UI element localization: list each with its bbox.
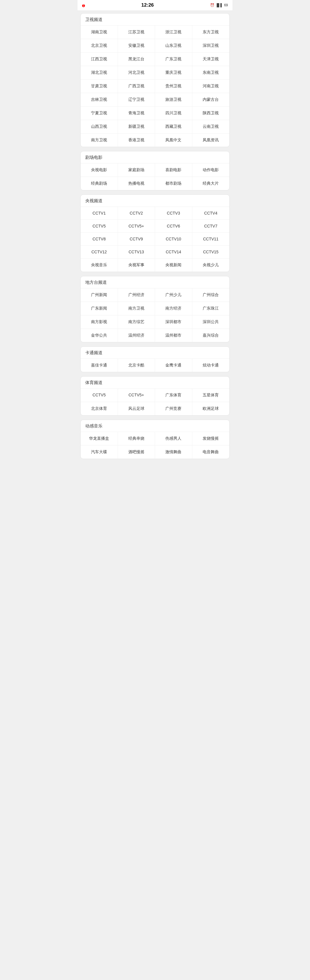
channel-item[interactable]: 广州综合 [192, 288, 230, 302]
channel-item[interactable]: 激情舞曲 [155, 445, 192, 459]
channel-item[interactable]: 广州竞赛 [155, 402, 192, 415]
channel-item[interactable]: 汽车大碟 [81, 445, 118, 459]
channel-item[interactable]: 酒吧慢摇 [118, 445, 155, 459]
channel-item[interactable]: 央视电影 [81, 164, 118, 177]
channel-item[interactable]: CCTV2 [118, 207, 155, 220]
channel-item[interactable]: 央视少儿 [192, 258, 230, 272]
channel-item[interactable]: 广西卫视 [118, 80, 155, 93]
channel-item[interactable]: 五星体育 [192, 388, 230, 402]
channel-item[interactable]: 新疆卫视 [118, 120, 155, 134]
channel-item[interactable]: 黑龙江台 [118, 52, 155, 66]
channel-item[interactable]: 伤感男人 [155, 432, 192, 445]
channel-item[interactable]: 安徽卫视 [118, 39, 155, 52]
channel-item[interactable]: 喜剧电影 [155, 164, 192, 177]
channel-item[interactable]: 动作电影 [192, 164, 230, 177]
channel-item[interactable]: 陕西卫视 [192, 107, 230, 120]
channel-item[interactable]: 北京卫视 [81, 39, 118, 52]
channel-item[interactable]: 电音舞曲 [192, 445, 230, 459]
channel-item[interactable]: 广州新闻 [81, 288, 118, 302]
channel-item[interactable]: 深圳卫视 [192, 39, 230, 52]
channel-item[interactable]: 南方经济 [155, 302, 192, 315]
channel-item[interactable]: 贵州卫视 [155, 80, 192, 93]
channel-item[interactable]: 华龙直播盒 [81, 432, 118, 445]
channel-item[interactable]: 都市剧场 [155, 177, 192, 190]
channel-item[interactable]: 浙江卫视 [155, 25, 192, 39]
channel-item[interactable]: 山东卫视 [155, 39, 192, 52]
channel-item[interactable]: 广东卫视 [155, 52, 192, 66]
channel-item[interactable]: 嘉兴综合 [192, 329, 230, 342]
channel-item[interactable]: 炫动卡通 [192, 359, 230, 372]
channel-item[interactable]: 嘉佳卡通 [81, 359, 118, 372]
channel-item[interactable]: 温州都市 [155, 329, 192, 342]
channel-item[interactable]: 金华公共 [81, 329, 118, 342]
channel-item[interactable]: CCTV8 [81, 233, 118, 246]
channel-item[interactable]: 天津卫视 [192, 52, 230, 66]
channel-item[interactable]: 金鹰卡通 [155, 359, 192, 372]
channel-item[interactable]: 北京卡酷 [118, 359, 155, 372]
channel-item[interactable]: 东南卫视 [192, 66, 230, 80]
channel-item[interactable]: CCTV13 [118, 246, 155, 258]
channel-item[interactable]: 江苏卫视 [118, 25, 155, 39]
channel-item[interactable]: 旅游卫视 [155, 93, 192, 107]
channel-item[interactable]: CCTV5 [81, 220, 118, 233]
channel-item[interactable]: 宁夏卫视 [81, 107, 118, 120]
channel-item[interactable]: 央视军事 [118, 258, 155, 272]
channel-item[interactable]: 欧洲足球 [192, 402, 230, 415]
channel-item[interactable]: CCTV11 [192, 233, 230, 246]
channel-item[interactable]: 广东新闻 [81, 302, 118, 315]
channel-item[interactable]: 温州经济 [118, 329, 155, 342]
channel-item[interactable]: 广东体育 [155, 388, 192, 402]
channel-item[interactable]: CCTV9 [118, 233, 155, 246]
channel-item[interactable]: 央视音乐 [81, 258, 118, 272]
channel-item[interactable]: 四川卫视 [155, 107, 192, 120]
channel-item[interactable]: 南方综艺 [118, 315, 155, 329]
channel-item[interactable]: 河南卫视 [192, 80, 230, 93]
channel-item[interactable]: 湖北卫视 [81, 66, 118, 80]
channel-item[interactable]: 山西卫视 [81, 120, 118, 134]
channel-item[interactable]: CCTV1 [81, 207, 118, 220]
channel-item[interactable]: 青海卫视 [118, 107, 155, 120]
channel-item[interactable]: 香港卫视 [118, 134, 155, 147]
channel-item[interactable]: 重庆卫视 [155, 66, 192, 80]
channel-item[interactable]: 深圳公共 [192, 315, 230, 329]
channel-item[interactable]: 内蒙古台 [192, 93, 230, 107]
channel-item[interactable]: 凤凰中文 [155, 134, 192, 147]
channel-item[interactable]: CCTV6 [155, 220, 192, 233]
channel-item[interactable]: CCTV14 [155, 246, 192, 258]
channel-item[interactable]: 甘肃卫视 [81, 80, 118, 93]
channel-item[interactable]: 家庭剧场 [118, 164, 155, 177]
channel-item[interactable]: 发烧慢摇 [192, 432, 230, 445]
channel-item[interactable]: CCTV10 [155, 233, 192, 246]
channel-item[interactable]: CCTV12 [81, 246, 118, 258]
channel-item[interactable]: 河北卫视 [118, 66, 155, 80]
channel-item[interactable]: CCTV5+ [118, 388, 155, 402]
channel-item[interactable]: 南方卫视 [118, 302, 155, 315]
channel-item[interactable]: 北京体育 [81, 402, 118, 415]
channel-item[interactable]: 凤凰资讯 [192, 134, 230, 147]
channel-item[interactable]: 广州经济 [118, 288, 155, 302]
channel-item[interactable]: CCTV3 [155, 207, 192, 220]
channel-item[interactable]: 东方卫视 [192, 25, 230, 39]
channel-item[interactable]: CCTV5+ [118, 220, 155, 233]
channel-item[interactable]: 江西卫视 [81, 52, 118, 66]
channel-item[interactable]: 辽宁卫视 [118, 93, 155, 107]
channel-item[interactable]: 西藏卫视 [155, 120, 192, 134]
channel-item[interactable]: 热播电视 [118, 177, 155, 190]
channel-item[interactable]: 广东珠江 [192, 302, 230, 315]
channel-item[interactable]: 云南卫视 [192, 120, 230, 134]
channel-item[interactable]: 风云足球 [118, 402, 155, 415]
channel-item[interactable]: 湖南卫视 [81, 25, 118, 39]
channel-item[interactable]: 南方卫视 [81, 134, 118, 147]
channel-item[interactable]: 南方影视 [81, 315, 118, 329]
channel-item[interactable]: 央视新闻 [155, 258, 192, 272]
channel-item[interactable]: 深圳都市 [155, 315, 192, 329]
channel-item[interactable]: 经典剧场 [81, 177, 118, 190]
channel-item[interactable]: 广州少儿 [155, 288, 192, 302]
channel-item[interactable]: 吉林卫视 [81, 93, 118, 107]
channel-item[interactable]: CCTV4 [192, 207, 230, 220]
channel-item[interactable]: CCTV5 [81, 388, 118, 402]
channel-item[interactable]: 经典大片 [192, 177, 230, 190]
channel-item[interactable]: CCTV7 [192, 220, 230, 233]
channel-item[interactable]: CCTV15 [192, 246, 230, 258]
channel-item[interactable]: 经典串烧 [118, 432, 155, 445]
